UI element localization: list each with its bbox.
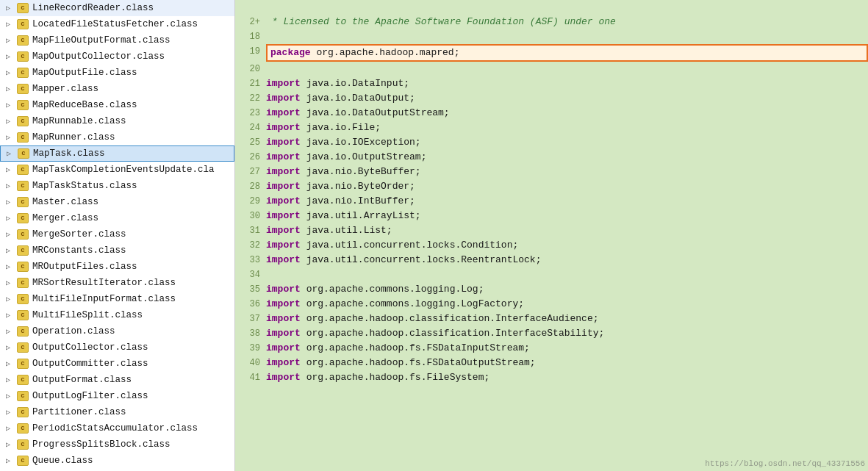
line-content: import org.apache.hadoop.classification.… (266, 312, 868, 326)
code-line: 19 package org.apache.hadoop.mapred; (235, 44, 868, 62)
tree-item[interactable]: ▷ c MultiFileInputFormat.class (0, 291, 234, 307)
line-number: 21 (235, 76, 266, 91)
line-content: import java.io.IOException; (266, 135, 868, 150)
line-number: 33 (235, 253, 266, 267)
line-number: 38 (235, 326, 266, 341)
line-number: 35 (235, 282, 266, 297)
tree-item[interactable]: ▷ c LineRecordReader.class (0, 0, 234, 16)
line-number: 24 (235, 121, 266, 135)
expand-arrow: ▷ (6, 117, 16, 126)
line-number: 39 (235, 341, 266, 356)
tree-item[interactable]: ▷ c OutputCollector.class (0, 339, 234, 356)
tree-item-label: OutputLogFilter.class (32, 391, 148, 401)
tree-item[interactable]: ▷ c MapFileOutputFormat.class (0, 32, 234, 48)
code-line: 36 import org.apache.commons.logging.Log… (235, 297, 868, 312)
expand-arrow: ▷ (6, 408, 16, 417)
line-number: 30 (235, 209, 266, 223)
expand-arrow: ▷ (6, 278, 16, 287)
line-content: import java.nio.ByteBuffer; (266, 165, 868, 179)
expand-arrow: ▷ (6, 424, 16, 433)
code-content: 2+ * Licensed to the Apache Software Fou… (235, 0, 868, 385)
tree-item[interactable]: ▷ c OutputLogFilter.class (0, 388, 234, 404)
expand-arrow: ▷ (6, 295, 16, 303)
tree-item[interactable]: ▷ c MergeSorter.class (0, 226, 234, 242)
file-tree[interactable]: ▷ c LineRecordReader.class ▷ c LocatedFi… (0, 0, 235, 471)
tree-item[interactable]: ▷ c MapTaskStatus.class (0, 178, 234, 194)
tree-item-label: Queue.class (32, 456, 93, 466)
expand-arrow: ▷ (6, 20, 16, 29)
class-icon: c (16, 99, 29, 111)
line-content: import java.io.OutputStream; (266, 150, 868, 165)
tree-item[interactable]: ▷ c MapTaskCompletionEventsUpdate.cla (0, 162, 234, 178)
tree-item[interactable]: ▷ c MapRunner.class (0, 129, 234, 145)
tree-item[interactable]: ▷ c MRSortResultIterator.class (0, 275, 234, 291)
tree-item[interactable]: ▷ c MRConstants.class (0, 242, 234, 259)
tree-item[interactable]: ▷ c MapOutputCollector.class (0, 48, 234, 65)
tree-item[interactable]: ▷ c Mapper.class (0, 81, 234, 97)
tree-item[interactable]: ▷ c Master.class (0, 194, 234, 210)
expand-arrow: ▷ (6, 101, 16, 109)
line-number: 32 (235, 238, 266, 253)
line-number: 36 (235, 297, 266, 312)
expand-arrow: ▷ (7, 149, 17, 158)
tree-item[interactable]: ▷ c MapOutputFile.class (0, 65, 234, 81)
tree-item[interactable]: ▷ c ProgressSplitsBlock.class (0, 436, 234, 453)
class-icon: c (16, 293, 29, 305)
tree-item[interactable]: ▷ c PeriodicStatsAccumulator.class (0, 420, 234, 436)
expand-arrow: ▷ (6, 133, 16, 142)
line-number: 28 (235, 179, 266, 194)
expand-arrow: ▷ (6, 230, 16, 239)
expand-arrow: ▷ (6, 181, 16, 190)
line-number: 27 (235, 165, 266, 179)
line-content: import org.apache.hadoop.fs.FileSystem; (266, 370, 868, 385)
tree-item[interactable]: ▷ c Operation.class (0, 323, 234, 339)
tree-item[interactable]: ▷ c MapReduceBase.class (0, 97, 234, 113)
line-number: 31 (235, 223, 266, 238)
tree-item-label: OutputCollector.class (32, 342, 148, 353)
expand-arrow: ▷ (6, 246, 16, 255)
tree-item[interactable]: ▷ c MultiFileSplit.class (0, 307, 234, 323)
code-line: 29 import java.nio.IntBuffer; (235, 194, 868, 209)
expand-arrow: ▷ (6, 311, 16, 320)
class-icon: c (16, 180, 29, 192)
class-icon: c (16, 261, 29, 273)
code-line: 25 import java.io.IOException; (235, 135, 868, 150)
tree-item[interactable]: ▷ c OutputCommitter.class (0, 356, 234, 372)
class-icon: c (16, 67, 29, 79)
line-number: 37 (235, 312, 266, 326)
class-icon: c (16, 423, 29, 434)
code-line: 32 import java.util.concurrent.locks.Con… (235, 238, 868, 253)
tree-item[interactable]: ▷ c Queue.class (0, 453, 234, 469)
tree-item[interactable]: ▷ c Partitioner.class (0, 404, 234, 420)
line-content (266, 0, 868, 15)
code-line: 37 import org.apache.hadoop.classificati… (235, 312, 868, 326)
tree-item-label: MapRunnable.class (32, 116, 126, 126)
tree-item[interactable]: ▷ c MapRunnable.class (0, 113, 234, 129)
code-line: 38 import org.apache.hadoop.classificati… (235, 326, 868, 341)
line-number: 2+ (235, 15, 266, 29)
class-icon: c (16, 277, 29, 289)
tree-item[interactable]: ▷ c OutputFormat.class (0, 372, 234, 388)
line-number: 26 (235, 150, 266, 165)
tree-item[interactable]: ▷ c MROutputFiles.class (0, 259, 234, 275)
line-content (266, 62, 868, 76)
code-editor: 2+ * Licensed to the Apache Software Fou… (235, 0, 868, 471)
class-icon: c (16, 51, 29, 62)
tree-item-label: MROutputFiles.class (32, 262, 137, 272)
tree-item[interactable]: ▷ c MapTask.class (0, 145, 234, 162)
code-line: 24 import java.io.File; (235, 121, 868, 135)
class-icon: c (16, 374, 29, 386)
expand-arrow: ▷ (6, 165, 16, 174)
line-number: 19 (235, 44, 266, 59)
class-icon: c (16, 229, 29, 240)
line-number: 29 (235, 194, 266, 209)
tree-item[interactable]: ▷ c LocatedFileStatusFetcher.class (0, 16, 234, 32)
expand-arrow: ▷ (6, 456, 16, 465)
line-number: 34 (235, 267, 266, 282)
tree-item[interactable]: ▷ c Merger.class (0, 210, 234, 226)
line-number: 23 (235, 106, 266, 121)
tree-item-label: MapTask.class (33, 148, 105, 159)
line-content: import org.apache.commons.logging.LogFac… (266, 297, 868, 312)
expand-arrow: ▷ (6, 68, 16, 77)
code-line: 41 import org.apache.hadoop.fs.FileSyste… (235, 370, 868, 385)
